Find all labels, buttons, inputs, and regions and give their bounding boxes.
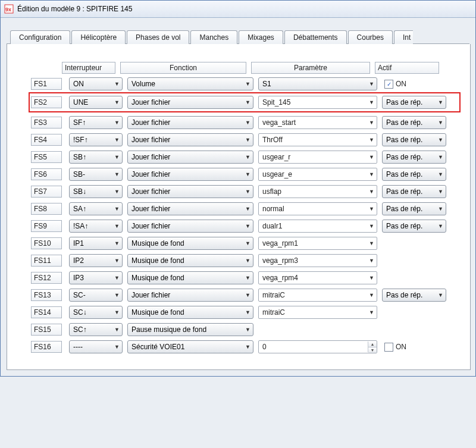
active-value: Pas de rép. [386, 98, 422, 106]
active-checkbox-wrap: ✓ON [382, 80, 449, 89]
function-table: Interrupteur Fonction Paramètre Actif FS… [7, 44, 471, 370]
function-select[interactable]: Jouer fichier▼ [127, 289, 253, 302]
function-select[interactable]: Jouer fichier▼ [127, 96, 253, 109]
function-select[interactable]: Musique de fond▼ [127, 271, 253, 284]
switch-value: SF↑ [73, 118, 86, 127]
parameter-select[interactable]: usgear_e▼ [258, 168, 377, 181]
active-checkbox[interactable]: ✓ [384, 80, 393, 89]
switch-value: IP1 [73, 239, 84, 248]
function-select[interactable]: Jouer fichier▼ [127, 185, 253, 198]
active-select[interactable]: Pas de rép.▼ [382, 151, 446, 164]
tab-h-licopt-re[interactable]: Hélicoptère [71, 30, 126, 44]
function-select[interactable]: Volume▼ [127, 77, 253, 90]
chevron-down-icon: ▼ [245, 275, 250, 281]
chevron-down-icon: ▼ [245, 292, 250, 298]
active-select[interactable]: Pas de rép.▼ [382, 289, 446, 302]
table-row: FS3SF↑▼Jouer fichier▼vega_start▼Pas de r… [31, 116, 458, 129]
chevron-down-icon: ▼ [369, 99, 374, 105]
parameter-select[interactable]: usflap▼ [258, 185, 377, 198]
header-fonction: Fonction [120, 62, 246, 74]
active-value: Pas de rép. [386, 222, 422, 230]
fs-label: FS2 [31, 96, 62, 108]
active-checkbox[interactable] [384, 343, 393, 352]
parameter-select[interactable]: vega_rpm4▼ [258, 271, 377, 284]
spin-up-icon[interactable]: ▲ [368, 342, 377, 347]
table-row: FS15SC↑▼Pause musique de fond▼ [31, 323, 458, 336]
switch-select[interactable]: SC↓▼ [69, 306, 123, 319]
function-select[interactable]: Jouer fichier▼ [127, 116, 253, 129]
function-select[interactable]: Musique de fond▼ [127, 254, 253, 267]
active-select[interactable]: Pas de rép.▼ [382, 116, 446, 129]
switch-select[interactable]: SB↑▼ [69, 151, 123, 164]
switch-value: SA↑ [73, 205, 86, 213]
table-row: FS5SB↑▼Jouer fichier▼usgear_r▼Pas de rép… [31, 151, 458, 164]
parameter-select[interactable]: vega_rpm1▼ [258, 237, 377, 250]
parameter-select[interactable]: usgear_r▼ [258, 151, 377, 164]
switch-select[interactable]: SB↓▼ [69, 185, 123, 198]
active-value: Pas de rép. [386, 291, 422, 299]
switch-select[interactable]: SC↑▼ [69, 323, 123, 336]
active-select[interactable]: Pas de rép.▼ [382, 185, 446, 198]
chevron-down-icon: ▼ [114, 240, 120, 246]
function-select[interactable]: Sécurité VOIE01▼ [127, 340, 253, 353]
chevron-down-icon: ▼ [369, 240, 374, 246]
function-select[interactable]: Jouer fichier▼ [127, 220, 253, 233]
parameter-select[interactable]: normal▼ [258, 202, 377, 215]
function-select[interactable]: Jouer fichier▼ [127, 151, 253, 164]
switch-select[interactable]: IP1▼ [69, 237, 123, 250]
function-select[interactable]: Pause musique de fond▼ [127, 323, 253, 336]
switch-select[interactable]: SF↑▼ [69, 116, 123, 129]
active-select[interactable]: Pas de rép.▼ [382, 168, 446, 181]
switch-select[interactable]: SB-▼ [69, 168, 123, 181]
active-select[interactable]: Pas de rép.▼ [382, 96, 446, 109]
switch-select[interactable]: ON▼ [69, 77, 123, 90]
parameter-select[interactable]: dualr1▼ [258, 220, 377, 233]
chevron-down-icon: ▼ [114, 206, 120, 212]
parameter-select[interactable]: vega_rpm3▼ [258, 254, 377, 267]
active-value: Pas de rép. [386, 205, 422, 213]
switch-select[interactable]: IP2▼ [69, 254, 123, 267]
active-select[interactable]: Pas de rép.▼ [382, 220, 446, 233]
tab-phases-de-vol[interactable]: Phases de vol [127, 30, 189, 44]
fs-label: FS13 [31, 289, 62, 301]
switch-select[interactable]: IP3▼ [69, 271, 123, 284]
tab-courbes[interactable]: Courbes [348, 30, 393, 44]
function-value: Musique de fond [131, 308, 184, 317]
parameter-value: vega_start [262, 118, 296, 127]
function-select[interactable]: Jouer fichier▼ [127, 202, 253, 215]
tab-configuration[interactable]: Configuration [10, 30, 70, 44]
chevron-down-icon: ▼ [369, 154, 374, 160]
switch-select[interactable]: UNE▼ [69, 96, 123, 109]
parameter-select[interactable]: Spit_145▼ [258, 96, 377, 109]
tab-manches[interactable]: Manches [190, 30, 237, 44]
function-select[interactable]: Jouer fichier▼ [127, 133, 253, 146]
fs-label: FS16 [31, 341, 62, 353]
tab-int[interactable]: Int [394, 30, 413, 44]
active-select[interactable]: Pas de rép.▼ [382, 202, 446, 215]
chevron-down-icon: ▼ [369, 258, 374, 264]
chevron-down-icon: ▼ [438, 99, 443, 105]
chevron-down-icon: ▼ [245, 189, 250, 195]
parameter-select[interactable]: mitraiC▼ [258, 306, 377, 319]
parameter-select[interactable]: ThrOff▼ [258, 133, 377, 146]
switch-select[interactable]: SC-▼ [69, 289, 123, 302]
parameter-spinner[interactable]: 0▲▼ [258, 340, 377, 353]
parameter-select[interactable]: mitraiC▼ [258, 289, 377, 302]
parameter-select[interactable]: S1▼ [258, 77, 377, 90]
chevron-down-icon: ▼ [245, 154, 250, 160]
switch-select[interactable]: !SA↑▼ [69, 220, 123, 233]
switch-select[interactable]: !SF↑▼ [69, 133, 123, 146]
function-select[interactable]: Musique de fond▼ [127, 237, 253, 250]
parameter-select[interactable]: vega_start▼ [258, 116, 377, 129]
active-select[interactable]: Pas de rép.▼ [382, 133, 446, 146]
spin-down-icon[interactable]: ▼ [368, 347, 377, 353]
switch-select[interactable]: ----▼ [69, 340, 123, 353]
switch-select[interactable]: SA↑▼ [69, 202, 123, 215]
function-select[interactable]: Musique de fond▼ [127, 306, 253, 319]
function-value: Jouer fichier [131, 98, 170, 106]
chevron-down-icon: ▼ [114, 81, 120, 87]
tab-mixages[interactable]: Mixages [239, 30, 283, 44]
function-value: Sécurité VOIE01 [131, 343, 184, 351]
tab-d-battements[interactable]: Débattements [284, 30, 347, 44]
function-select[interactable]: Jouer fichier▼ [127, 168, 253, 181]
